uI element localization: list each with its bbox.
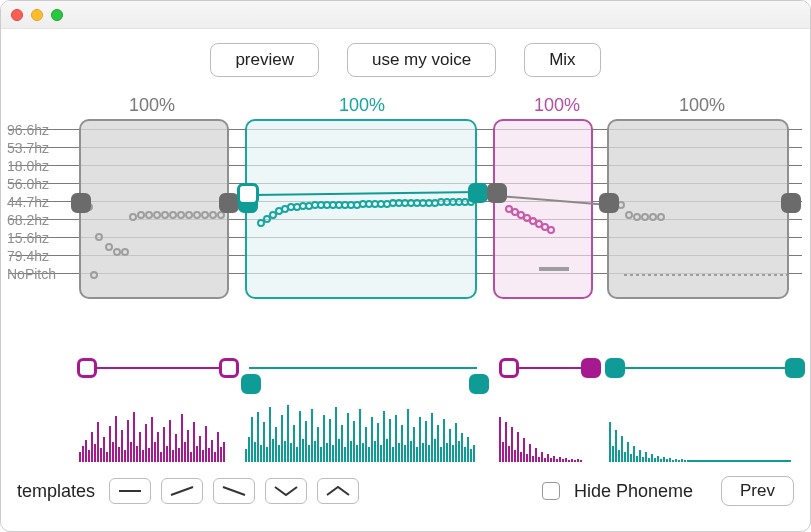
svg-rect-128 (266, 447, 268, 462)
svg-rect-171 (395, 415, 397, 462)
svg-rect-103 (172, 450, 174, 462)
svg-rect-179 (419, 417, 421, 462)
svg-rect-200 (505, 422, 507, 462)
svg-rect-88 (127, 420, 129, 462)
svg-rect-136 (290, 443, 292, 462)
zoom-icon[interactable] (51, 9, 63, 21)
segment-handle[interactable] (71, 193, 91, 213)
waveform-area[interactable] (9, 352, 802, 462)
svg-rect-74 (85, 440, 87, 462)
svg-rect-96 (151, 417, 153, 462)
segment-handle[interactable] (237, 183, 259, 205)
svg-rect-182 (428, 445, 430, 462)
minimize-icon[interactable] (31, 9, 43, 21)
svg-rect-142 (308, 445, 310, 462)
svg-rect-214 (547, 454, 549, 462)
pitch-segment[interactable] (79, 119, 229, 299)
svg-rect-195 (467, 437, 469, 462)
hide-phoneme-checkbox[interactable] (542, 482, 560, 500)
svg-rect-202 (511, 427, 513, 462)
wave-handle[interactable] (581, 358, 601, 378)
wave-handle[interactable] (785, 358, 805, 378)
wave-handle[interactable] (77, 358, 97, 378)
svg-rect-226 (609, 422, 611, 462)
pitch-segment[interactable] (607, 119, 789, 299)
svg-rect-206 (523, 438, 525, 462)
template-peak-button[interactable] (317, 478, 359, 504)
svg-rect-180 (422, 443, 424, 462)
hide-phoneme-label: Hide Phoneme (574, 481, 693, 502)
svg-rect-152 (338, 439, 340, 462)
svg-rect-123 (251, 417, 253, 462)
svg-rect-109 (190, 452, 192, 462)
svg-rect-143 (311, 409, 313, 462)
mix-button[interactable]: Mix (524, 43, 600, 77)
svg-rect-193 (461, 433, 463, 462)
template-fall-button[interactable] (213, 478, 255, 504)
svg-rect-146 (320, 447, 322, 462)
svg-rect-157 (353, 421, 355, 462)
wave-handle[interactable] (469, 374, 489, 394)
svg-rect-101 (166, 446, 168, 462)
waveform-icon (499, 402, 599, 462)
svg-rect-113 (202, 450, 204, 462)
svg-rect-183 (431, 413, 433, 462)
svg-rect-238 (645, 452, 647, 462)
pitch-editor[interactable]: 100% 100% 100% 100% 96.6hz 53.7hz 18.0hz… (9, 97, 802, 322)
svg-line-254 (171, 487, 193, 495)
templates-label: templates (17, 481, 95, 502)
svg-rect-90 (133, 412, 135, 462)
wave-handle[interactable] (499, 358, 519, 378)
segment-handle[interactable] (487, 183, 507, 203)
svg-rect-104 (175, 434, 177, 462)
svg-rect-231 (624, 452, 626, 462)
preview-button[interactable]: preview (210, 43, 319, 77)
svg-rect-166 (380, 445, 382, 462)
segment-handle[interactable] (781, 193, 801, 213)
segment-label: 100% (339, 95, 385, 116)
svg-rect-116 (211, 440, 213, 462)
pitch-segment[interactable] (493, 119, 593, 299)
template-rise-button[interactable] (161, 478, 203, 504)
svg-rect-227 (612, 446, 614, 462)
svg-rect-187 (443, 419, 445, 462)
segment-handle[interactable] (468, 183, 488, 203)
svg-rect-233 (630, 454, 632, 462)
svg-rect-135 (287, 405, 289, 462)
segment-handle[interactable] (219, 193, 239, 213)
close-icon[interactable] (11, 9, 23, 21)
wave-handle[interactable] (605, 358, 625, 378)
template-flat-button[interactable] (109, 478, 151, 504)
use-my-voice-button[interactable]: use my voice (347, 43, 496, 77)
svg-rect-190 (452, 445, 454, 462)
svg-rect-161 (365, 427, 367, 462)
prev-button[interactable]: Prev (721, 476, 794, 506)
segment-handle[interactable] (599, 193, 619, 213)
template-dip-button[interactable] (265, 478, 307, 504)
svg-rect-107 (184, 442, 186, 462)
svg-rect-106 (181, 414, 183, 462)
wave-handle[interactable] (241, 374, 261, 394)
svg-rect-210 (535, 448, 537, 462)
svg-rect-133 (281, 415, 283, 462)
svg-rect-115 (208, 448, 210, 462)
svg-rect-138 (296, 447, 298, 462)
waveform-icon (245, 397, 479, 462)
pitch-segment[interactable] (245, 119, 477, 299)
svg-rect-84 (115, 416, 117, 462)
svg-rect-89 (130, 442, 132, 462)
svg-rect-186 (440, 447, 442, 462)
svg-rect-72 (79, 452, 81, 462)
wave-handle[interactable] (219, 358, 239, 378)
svg-rect-91 (136, 446, 138, 462)
svg-rect-99 (160, 452, 162, 462)
svg-rect-173 (401, 425, 403, 462)
svg-rect-125 (257, 412, 259, 462)
segment-label: 100% (129, 95, 175, 116)
svg-rect-111 (196, 446, 198, 462)
svg-rect-165 (377, 423, 379, 462)
svg-rect-230 (621, 436, 623, 462)
svg-rect-98 (157, 432, 159, 462)
svg-rect-240 (651, 454, 653, 462)
svg-rect-137 (293, 425, 295, 462)
